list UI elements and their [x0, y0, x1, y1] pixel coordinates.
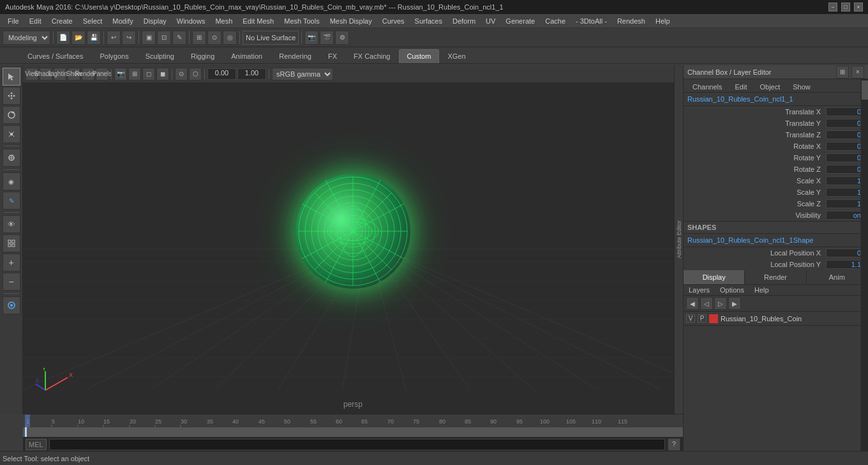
redo-button[interactable]: ↪ [122, 31, 136, 45]
move-tool-button[interactable] [3, 87, 20, 105]
open-scene-button[interactable]: 📂 [71, 31, 86, 45]
tab-animation[interactable]: Animation [223, 49, 271, 63]
undo-button[interactable]: ↩ [107, 31, 121, 45]
layer-color-swatch[interactable] [709, 314, 718, 323]
menu-windows[interactable]: Windows [172, 14, 211, 28]
panel-expand-button[interactable]: ⊞ [836, 66, 849, 79]
snap-point-button[interactable]: ◎ [223, 31, 237, 45]
colorspace-select[interactable]: sRGB gamma [272, 68, 333, 80]
scale-z-input[interactable] [826, 199, 864, 208]
menu-file[interactable]: File [3, 14, 24, 28]
layers-tab[interactable]: Layers [684, 285, 715, 295]
close-button[interactable]: × [854, 3, 863, 11]
layer-visibility-toggle[interactable]: V [686, 314, 695, 323]
rotate-tool-button[interactable] [3, 106, 20, 124]
resolution-gate-button[interactable]: ⬡ [189, 68, 202, 80]
minimize-button[interactable]: − [828, 3, 837, 11]
object-tab[interactable]: Object [754, 82, 785, 92]
menu-deform[interactable]: Deform [447, 14, 481, 28]
zoom-in-button[interactable]: + [3, 254, 20, 271]
tab-rigging[interactable]: Rigging [183, 49, 223, 63]
layer-next2-button[interactable]: ▷ [714, 297, 727, 310]
snap-grid-button[interactable]: ⊞ [192, 31, 206, 45]
tab-xgen[interactable]: XGen [439, 49, 474, 63]
scale-tool-button[interactable] [3, 125, 20, 143]
menu-surfaces[interactable]: Surfaces [410, 14, 447, 28]
save-scene-button[interactable]: 💾 [87, 31, 101, 45]
layer-prev-button[interactable]: ◀ [686, 297, 699, 310]
layer-playback-toggle[interactable]: P [698, 314, 707, 323]
coin-object[interactable] [296, 174, 410, 289]
layer-next-button[interactable]: ▶ [728, 297, 741, 310]
menu-edit-mesh[interactable]: Edit Mesh [237, 14, 279, 28]
wireframe-button[interactable]: ◻ [142, 68, 155, 80]
render-settings-button[interactable]: ⚙ [335, 31, 349, 45]
tab-polygons[interactable]: Polygons [91, 49, 137, 63]
menu-display[interactable]: Display [138, 14, 172, 28]
menu-select[interactable]: Select [78, 14, 108, 28]
menu-curves[interactable]: Curves [377, 14, 410, 28]
right-panel-vscrollbar[interactable] [860, 79, 868, 456]
menu-rendesh[interactable]: Rendesh [612, 14, 650, 28]
rotate-z-input[interactable] [826, 165, 864, 174]
show-hide-button[interactable]: 👁 [3, 215, 20, 233]
menu-generate[interactable]: Generate [500, 14, 540, 28]
panel-close-button[interactable]: × [851, 66, 864, 79]
menu-mesh[interactable]: Mesh [210, 14, 237, 28]
scale-x-input[interactable] [826, 176, 864, 185]
attribute-editor-label[interactable]: Attribute Editor [674, 65, 683, 414]
vscroll-thumb[interactable] [862, 80, 868, 100]
mel-input[interactable] [49, 439, 665, 450]
paint-effects-button[interactable]: ✎ [3, 192, 20, 210]
local-pos-x-input[interactable] [826, 248, 864, 257]
local-pos-y-input[interactable] [826, 260, 864, 269]
tab-custom[interactable]: Custom [399, 49, 440, 63]
display-tab[interactable]: Display [684, 270, 745, 284]
frame-all-button[interactable] [3, 234, 20, 252]
snap-together-button[interactable] [3, 296, 20, 314]
lighting-menu-button[interactable]: Lighting [54, 68, 66, 80]
ipr-render-button[interactable]: 🎬 [320, 31, 334, 45]
panels-menu-button[interactable]: Panels [96, 68, 108, 80]
scale-y-input[interactable] [826, 188, 864, 197]
translate-z-input[interactable] [826, 130, 864, 139]
lasso-select-button[interactable]: ⊡ [157, 31, 171, 45]
isolate-select-button[interactable]: ⊙ [175, 68, 188, 80]
mel-help-button[interactable]: ? [668, 438, 680, 451]
channels-tab[interactable]: Channels [687, 82, 727, 92]
menu-help[interactable]: Help [650, 14, 675, 28]
universal-manip-button[interactable] [3, 149, 20, 167]
edit-tab[interactable]: Edit [730, 82, 752, 92]
show-tab[interactable]: Show [788, 82, 816, 92]
tab-sculpting[interactable]: Sculpting [137, 49, 183, 63]
anim-tab[interactable]: Anim [807, 270, 868, 284]
menu-edit[interactable]: Edit [24, 14, 47, 28]
menu-modify[interactable]: Modify [107, 14, 138, 28]
tab-fx[interactable]: FX [320, 49, 345, 63]
rotate-y-input[interactable] [826, 153, 864, 162]
menu-create[interactable]: Create [47, 14, 78, 28]
layer-help-tab[interactable]: Help [749, 285, 774, 295]
mode-select[interactable]: Modeling [3, 31, 50, 45]
grid-button[interactable]: ⊞ [128, 68, 141, 80]
paint-select-button[interactable]: ✎ [172, 31, 186, 45]
menu-mesh-display[interactable]: Mesh Display [325, 14, 377, 28]
translate-y-input[interactable] [826, 119, 864, 128]
tab-rendering[interactable]: Rendering [271, 49, 320, 63]
camera-button[interactable]: 📷 [114, 68, 127, 80]
translate-x-input[interactable] [826, 107, 864, 116]
tab-fx-caching[interactable]: FX Caching [345, 49, 398, 63]
render-button[interactable]: 📷 [304, 31, 318, 45]
menu-3dtoall[interactable]: - 3DtoAll - [571, 14, 612, 28]
options-tab[interactable]: Options [715, 285, 749, 295]
soft-select-button[interactable]: ◉ [3, 172, 20, 190]
far-clip-input[interactable]: 1.00 [237, 68, 266, 80]
tab-curves-surfaces[interactable]: Curves / Surfaces [19, 49, 91, 63]
layer-prev2-button[interactable]: ◁ [700, 297, 713, 310]
rotate-x-input[interactable] [826, 142, 864, 151]
select-tool-button[interactable] [3, 68, 20, 86]
snap-curve-button[interactable]: ⊙ [207, 31, 221, 45]
new-scene-button[interactable]: 📄 [56, 31, 70, 45]
select-mode-button[interactable]: ▣ [142, 31, 156, 45]
menu-mesh-tools[interactable]: Mesh Tools [279, 14, 324, 28]
